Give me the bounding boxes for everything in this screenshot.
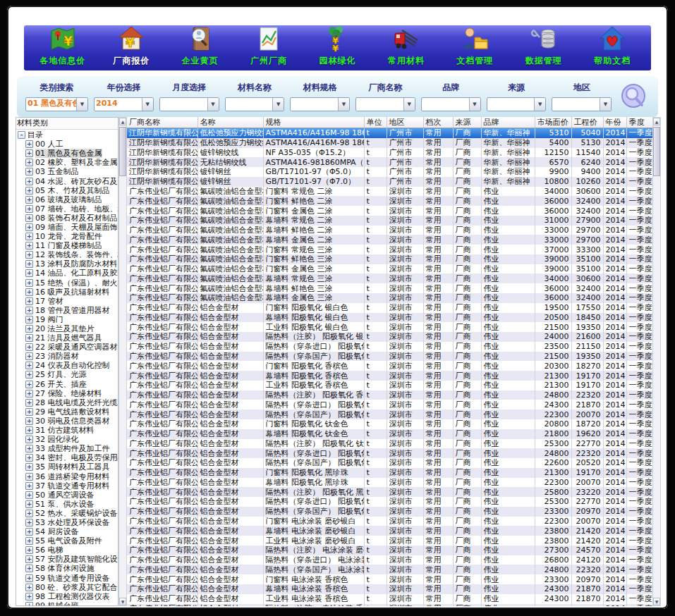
sidebar-item-09[interactable]: +09 墙面、天棚及屋面饰面材料 <box>16 223 118 232</box>
expand-icon[interactable]: + <box>25 371 33 378</box>
table-row[interactable]: 广东伟业铝厂有限公司氟碳喷油铝合金型材门窗料 金属色 二涂t深圳市常用厂商伟业3… <box>127 206 652 216</box>
expand-icon[interactable]: + <box>25 223 33 231</box>
expand-icon[interactable]: + <box>25 426 33 434</box>
column-header-8[interactable]: 品牌 <box>481 117 535 128</box>
sidebar-item-50[interactable]: +50 通风空调设备 <box>16 491 118 500</box>
sidebar-item-52[interactable]: +52 热水、采暖锅炉设备 <box>16 509 118 518</box>
sidebar-item-37[interactable]: +37 轨道交通专用材料 <box>16 481 118 491</box>
chevron-down-icon[interactable]: ▼ <box>403 98 415 111</box>
table-row[interactable]: 江阴华新钢缆有限公司镀锌钢丝GB/T17101-97（Φ7.0）t广州市常用厂商… <box>127 177 652 187</box>
expand-icon[interactable]: + <box>25 168 33 175</box>
scroll-down-icon[interactable]: ▼ <box>653 598 660 605</box>
table-row[interactable]: 广东伟业铝厂有限公司铝合金型材隔热料（穿条进口） 阳极氧化t深圳市常用厂商伟业2… <box>127 342 652 352</box>
table-row[interactable]: 江阴华新钢缆有限公司镀锌钢丝GB/T17101-97（Φ5.0）t广州市常用厂商… <box>127 167 652 177</box>
table-row[interactable]: 广东伟业铝厂有限公司铝合金型材隔热料（注胶） 电泳涂装 香槟t深圳市常用厂商伟业… <box>127 604 652 606</box>
chevron-down-icon[interactable]: ▼ <box>207 98 219 111</box>
collapse-icon[interactable]: - <box>18 131 25 139</box>
year-dropdown[interactable]: 2014▼ <box>94 97 154 111</box>
table-row[interactable]: 广东伟业铝厂有限公司铝合金型材隔热料（穿条进口） 阳极氧化t深圳市常用厂商伟业2… <box>127 448 652 458</box>
sidebar-item-33[interactable]: +33 成型构件及加工件 <box>16 444 118 453</box>
table-row[interactable]: 广东伟业铝厂有限公司铝合金型材隔热料（注胶） 阳极氧化 香槟t深圳市常用厂商伟业… <box>127 390 652 400</box>
table-row[interactable]: 广东伟业铝厂有限公司铝合金型材门窗料 阳极氧化 黑珍珠t深圳市常用厂商伟业213… <box>127 468 652 478</box>
sidebar-item-57[interactable]: +57 安防及建筑智能化设备 <box>16 555 118 564</box>
sidebar-item-05[interactable]: +05 木、竹材及其制品 <box>16 186 118 195</box>
table-row[interactable]: 广东伟业铝厂有限公司氟碳喷油铝合金型材幕墙料 常规色 二涂t深圳市常用厂商伟业3… <box>127 216 652 226</box>
table-row[interactable]: 广东伟业铝厂有限公司铝合金型材工业料 电泳涂装 磨砂银白t深圳市常用厂商伟业23… <box>127 536 652 546</box>
sidebar-item-54[interactable]: +54 厨房设备 <box>16 527 118 536</box>
expand-icon[interactable]: + <box>25 307 33 314</box>
table-row[interactable]: 广东伟业铝厂有限公司铝合金型材隔热料（穿条国产） 阳极氧化t深圳市常用厂商伟业2… <box>127 352 652 362</box>
chevron-down-icon[interactable]: ▼ <box>76 98 87 111</box>
expand-icon[interactable]: + <box>25 316 33 324</box>
sidebar-item-24[interactable]: +24 仪表及自动化控制 <box>16 361 118 370</box>
chevron-down-icon[interactable]: ▼ <box>534 98 545 111</box>
toolbar-item-5[interactable]: ¥¥园林绿化 <box>305 27 370 69</box>
expand-icon[interactable]: + <box>25 602 33 605</box>
chevron-down-icon[interactable]: ▼ <box>142 98 153 111</box>
table-row[interactable]: 广东伟业铝厂有限公司氟碳喷油铝合金型材门窗料 鲜艳色 二涂t深圳市常用厂商伟业3… <box>127 196 652 206</box>
material-spec-dropdown[interactable]: ▼ <box>290 97 350 111</box>
expand-icon[interactable]: + <box>25 454 33 462</box>
chevron-down-icon[interactable]: ▼ <box>338 98 349 111</box>
toolbar-item-3[interactable]: 企业黄页 <box>168 27 233 69</box>
toolbar-item-4[interactable]: 广州厂商 <box>236 27 301 69</box>
table-row[interactable]: 广东伟业铝厂有限公司铝合金型材隔热料（穿条国产） 阳极氧化t深圳市常用厂商伟业2… <box>127 458 652 468</box>
table-row[interactable]: 广东伟业铝厂有限公司铝合金型材幕墙料 阳极氧化 黑珍珠t深圳市常用厂商伟业223… <box>127 478 652 488</box>
expand-icon[interactable]: + <box>25 251 33 259</box>
sidebar-item-25[interactable]: +25 灯具、光源 <box>16 370 118 379</box>
region-dropdown[interactable]: ▼ <box>552 97 612 111</box>
material-name-dropdown[interactable]: ▼ <box>225 97 285 111</box>
category-dropdown[interactable]: 01 黑色及有色金属▼ <box>25 97 88 111</box>
expand-icon[interactable]: + <box>25 417 33 425</box>
sidebar-item-14[interactable]: +14 油品、化工原料及胶粘材料 <box>16 269 118 278</box>
sidebar-item-99[interactable]: +99 机械台班 <box>16 601 118 605</box>
expand-icon[interactable]: + <box>25 297 33 305</box>
table-row[interactable]: 广东伟业铝厂有限公司氟碳喷油铝合金型材门窗料 鲜艳色 三涂t深圳市常用厂商伟业3… <box>127 254 652 264</box>
vendor-name-dropdown[interactable]: ▼ <box>355 97 415 111</box>
sidebar-item-00[interactable]: +00 人工 <box>16 140 118 149</box>
expand-icon[interactable]: + <box>25 242 33 250</box>
scroll-track[interactable] <box>653 125 660 598</box>
sidebar-item-58[interactable]: +58 体育休闲设施 <box>16 564 118 573</box>
table-row[interactable]: 广东伟业铝厂有限公司铝合金型材幕墙料 电泳涂装 磨砂银白t深圳市常用厂商伟业23… <box>127 526 652 536</box>
table-row[interactable]: 广东伟业铝厂有限公司铝合金型材门窗料 阳极氧化 香槟色t深圳市常用厂商伟业203… <box>127 361 652 371</box>
table-row[interactable]: 江阴华新钢缆有限公司低松弛预应力钢绞线ASTMA416/A416M-98 186… <box>127 128 652 138</box>
table-row[interactable]: 广东伟业铝厂有限公司铝合金型材幕墙料 阳极氧化 钛金色t深圳市常用厂商伟业218… <box>127 429 652 439</box>
expand-icon[interactable]: + <box>25 178 33 185</box>
table-row[interactable]: 广东伟业铝厂有限公司氟碳喷油铝合金型材幕墙料 常规色 三涂t深圳市常用厂商伟业3… <box>127 273 652 283</box>
expand-icon[interactable]: + <box>25 546 33 554</box>
sidebar-item-53[interactable]: +53 水处理及环保设备 <box>16 518 118 527</box>
column-header-11[interactable]: 年份 <box>603 117 626 128</box>
expand-icon[interactable]: + <box>25 555 33 563</box>
scroll-thumb[interactable] <box>119 127 126 176</box>
column-header-9[interactable]: 市场面价 <box>535 117 571 128</box>
table-row[interactable]: 广东伟业铝厂有限公司铝合金型材隔热料（注胶） 阳极氧化 黑珍t深圳市常用厂商伟业… <box>127 487 652 497</box>
table-row[interactable]: 广东伟业铝厂有限公司铝合金型材门窗料 阳极氧化 钛金色t深圳市常用厂商伟业208… <box>127 419 652 429</box>
toolbar-item-8[interactable]: 数据管理 <box>511 27 576 69</box>
sidebar-item-08[interactable]: +08 装饰石材及石材制品 <box>16 214 118 223</box>
sidebar-item-02[interactable]: +02 橡胶、塑料及非金属 <box>16 158 118 167</box>
table-row[interactable]: 广东伟业铝厂有限公司氟碳喷油铝合金型材幕墙料 鲜艳色 三涂t深圳市常用厂商伟业3… <box>127 283 652 293</box>
column-header-10[interactable]: 工程价 <box>571 117 603 128</box>
scroll-track[interactable] <box>119 125 126 598</box>
table-row[interactable]: 江阴华新钢缆有限公司低松弛预应力钢绞线ASTMA416/A416M-98 186… <box>127 138 652 148</box>
sidebar-scrollbar[interactable]: ▲ ▼ <box>118 117 127 606</box>
table-row[interactable]: 广东伟业铝厂有限公司铝合金型材工业料 电泳涂装 香槟色t深圳市常用厂商伟业243… <box>127 594 652 604</box>
table-row[interactable]: 广东伟业铝厂有限公司铝合金型材门窗料 电泳涂装 香槟色t深圳市常用厂商伟业233… <box>127 574 652 584</box>
expand-icon[interactable]: + <box>25 279 33 287</box>
expand-icon[interactable]: + <box>25 187 33 195</box>
column-header-6[interactable]: 档次 <box>423 117 453 128</box>
chevron-down-icon[interactable]: ▼ <box>272 98 284 111</box>
expand-icon[interactable]: + <box>25 334 33 342</box>
table-row[interactable]: 广东伟业铝厂有限公司氟碳喷油铝合金型材幕墙料 金属色 二涂t深圳市常用厂商伟业3… <box>127 235 652 245</box>
scroll-thumb[interactable] <box>653 127 660 176</box>
table-row[interactable]: 广东伟业铝厂有限公司铝合金型材隔热料（穿条国产） 阳极氧化t深圳市常用厂商伟业2… <box>127 507 652 517</box>
toolbar-item-7[interactable]: 文档管理 <box>442 27 507 69</box>
expand-icon[interactable]: + <box>25 233 33 240</box>
chevron-down-icon[interactable]: ▼ <box>469 98 480 111</box>
expand-icon[interactable]: + <box>25 159 33 166</box>
table-row[interactable]: 江阴华新钢缆有限公司无粘结钢绞线ASTMA416-981860MPA（Φ15.2… <box>127 157 652 167</box>
table-row[interactable]: 广东伟业铝厂有限公司氟碳喷油铝合金型材幕墙料 鲜艳色 二涂t深圳市常用厂商伟业3… <box>127 226 652 235</box>
table-row[interactable]: 江阴华新钢缆有限公司镀锌钢绞线NF A35-035（Φ15.2）t广州市常用厂商… <box>127 148 652 158</box>
sidebar-item-20[interactable]: +20 法兰及其垫片 <box>16 324 118 333</box>
